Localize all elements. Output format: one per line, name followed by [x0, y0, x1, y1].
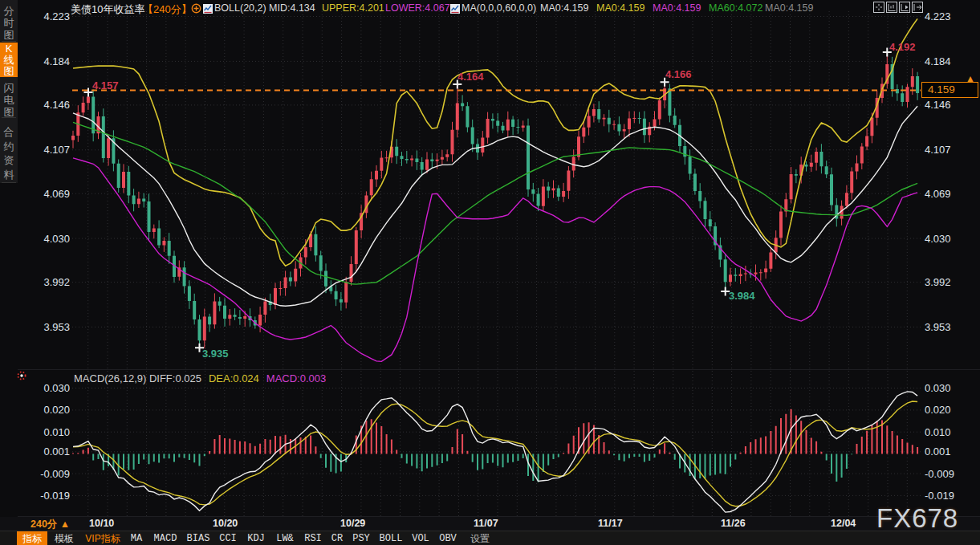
svg-text:4.146: 4.146 [43, 99, 70, 111]
svg-text:0.010: 0.010 [43, 426, 70, 438]
svg-text:0.001: 0.001 [43, 445, 70, 458]
svg-text:-0.019: -0.019 [40, 490, 70, 502]
svg-text:3.953: 3.953 [43, 321, 70, 333]
svg-text:3.992: 3.992 [925, 276, 951, 288]
svg-text:-0.019: -0.019 [925, 490, 954, 502]
svg-text:0.001: 0.001 [925, 445, 951, 458]
svg-text:4.069: 4.069 [43, 188, 70, 200]
svg-text:4.030: 4.030 [925, 233, 951, 245]
svg-text:4.184: 4.184 [43, 55, 70, 67]
svg-text:4.107: 4.107 [43, 144, 70, 156]
svg-text:-0.009: -0.009 [925, 468, 954, 480]
svg-text:0.010: 0.010 [925, 426, 951, 438]
svg-text:0.020: 0.020 [43, 404, 70, 416]
svg-text:4.146: 4.146 [925, 99, 951, 111]
svg-text:3.953: 3.953 [925, 321, 951, 333]
svg-text:4.107: 4.107 [925, 144, 951, 156]
svg-text:4.192: 4.192 [889, 41, 916, 53]
svg-text:0.030: 0.030 [43, 382, 70, 394]
svg-text:4.157: 4.157 [92, 79, 119, 92]
svg-text:4.184: 4.184 [925, 55, 951, 67]
svg-text:0.020: 0.020 [925, 404, 951, 416]
svg-text:4.069: 4.069 [925, 188, 951, 200]
svg-text:0.030: 0.030 [925, 382, 951, 394]
svg-text:3.992: 3.992 [43, 276, 70, 288]
svg-text:4.030: 4.030 [43, 233, 70, 245]
svg-text:3.984: 3.984 [729, 290, 755, 302]
svg-text:3.935: 3.935 [202, 348, 229, 360]
svg-text:-0.009: -0.009 [40, 468, 70, 480]
svg-text:4.164: 4.164 [457, 71, 484, 83]
svg-text:4.166: 4.166 [665, 68, 692, 80]
